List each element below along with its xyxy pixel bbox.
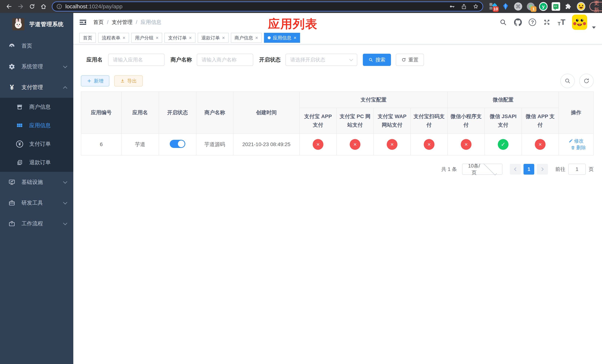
breadcrumb-home[interactable]: 首页	[93, 19, 104, 26]
hide-search-button[interactable]	[560, 74, 575, 88]
sidebar-item-dev-tools[interactable]: 研发工具	[0, 193, 73, 213]
header-search-icon[interactable]	[499, 18, 507, 26]
yuque-extension-icon[interactable]: y	[539, 2, 548, 11]
url-text[interactable]: localhost:1024/pay/app	[65, 3, 443, 10]
add-button[interactable]: 新增	[81, 75, 109, 86]
col-wx-app: 微信 APP 支付	[522, 108, 559, 133]
sidebar-fold-icon[interactable]	[79, 18, 87, 26]
chevron-down-icon	[349, 57, 353, 61]
browser-reload-icon[interactable]	[27, 1, 37, 11]
sidebar-item-merchant[interactable]: 商户信息	[0, 98, 73, 116]
cell-app-name: 芋道	[121, 133, 159, 155]
reset-button[interactable]: 重置	[396, 54, 424, 66]
breadcrumb-pay[interactable]: 支付管理	[112, 19, 133, 26]
fullscreen-icon[interactable]	[543, 18, 551, 26]
page-annotation: 应用列表	[268, 16, 318, 32]
merchant-name-input[interactable]	[197, 54, 253, 66]
chat-extension-icon[interactable]	[552, 2, 560, 11]
command-extension-icon[interactable]: ⌘	[514, 2, 522, 11]
active-dot-icon	[268, 36, 271, 39]
sidebar-item-workflow[interactable]: 工作流程	[0, 213, 73, 234]
document-copy-icon	[16, 159, 23, 166]
tag-app-info-active[interactable]: 应用信息 ×	[264, 33, 300, 43]
browser-forward-icon[interactable]	[16, 1, 26, 11]
goto-label: 前往	[555, 166, 565, 172]
status-toggle[interactable]	[170, 140, 185, 148]
chrome-update-menu-button[interactable]: 更新	[589, 2, 602, 11]
help-icon[interactable]: ?	[529, 19, 536, 26]
close-icon[interactable]: ×	[156, 35, 159, 40]
tag-user-group[interactable]: 用户分组 ×	[131, 33, 162, 43]
page-size-select[interactable]: 10条/页	[462, 164, 502, 175]
tag-pay-order[interactable]: 支付订单 ×	[164, 33, 195, 43]
pagination: 共 1 条 10条/页 1 前往 页	[81, 164, 594, 175]
sidebar-item-home[interactable]: 首页	[0, 36, 73, 56]
refresh-table-button[interactable]	[579, 74, 594, 88]
user-dropdown-caret[interactable]	[592, 26, 596, 29]
prev-page-button[interactable]	[510, 164, 521, 175]
browser-toolbar: localhost:1024/pay/app 10 ⌘ 1	[0, 0, 602, 13]
search-button[interactable]: 搜索	[363, 54, 391, 66]
tag-merchant-info[interactable]: 商户信息 ×	[231, 33, 262, 43]
font-size-icon[interactable]: TT	[558, 18, 565, 27]
user-avatar[interactable]	[572, 15, 587, 30]
tab-manager-extension-icon[interactable]: 10	[489, 2, 497, 11]
wx-app-status-icon: ×	[535, 139, 546, 150]
tag-home[interactable]: 首页	[79, 33, 96, 43]
extensions-puzzle-icon[interactable]	[564, 2, 573, 11]
sidebar-item-system[interactable]: 系统管理	[0, 56, 73, 77]
cell-actions: 修改 删除	[559, 133, 593, 155]
page-jump-input[interactable]	[568, 164, 586, 175]
col-merchant: 商户名称	[196, 92, 233, 133]
edit-link[interactable]: 修改	[569, 138, 584, 144]
browser-back-icon[interactable]	[4, 1, 14, 11]
logo-rabbit-image	[12, 18, 24, 30]
sidebar-item-pay-order[interactable]: ¥ 支付订单	[0, 135, 73, 153]
app-name-input[interactable]	[108, 54, 165, 66]
browser-home-icon[interactable]	[39, 1, 49, 11]
export-button[interactable]: 导出	[114, 75, 143, 86]
password-key-icon[interactable]	[449, 3, 455, 10]
sidebar-item-refund-order[interactable]: 退款订单	[0, 153, 73, 172]
alipay-pc-status-icon: ×	[350, 139, 360, 150]
close-icon[interactable]: ×	[123, 35, 125, 40]
app-logo[interactable]: 芋道管理系统	[0, 13, 73, 36]
github-icon[interactable]	[514, 18, 522, 26]
chevron-up-icon	[63, 86, 67, 91]
chevron-down-icon	[63, 180, 67, 184]
status-select[interactable]: 请选择开启状态	[285, 54, 357, 66]
tag-refund-order[interactable]: 退款订单 ×	[198, 33, 229, 43]
table-row: 6 芋道 芋道源码 2021-10-23 08:49:25 × × × × × …	[81, 133, 593, 155]
close-icon[interactable]: ×	[189, 35, 192, 40]
sidebar-item-app-info[interactable]: 应用信息	[0, 116, 73, 135]
col-create-time: 创建时间	[233, 92, 300, 133]
share-icon[interactable]	[461, 3, 467, 10]
close-icon[interactable]: ×	[222, 35, 225, 40]
extension-badge: 10	[493, 6, 499, 12]
page-number-1[interactable]: 1	[524, 164, 534, 175]
close-icon[interactable]: ×	[294, 35, 296, 40]
site-info-icon[interactable]	[56, 3, 62, 10]
delete-link[interactable]: 删除	[571, 144, 586, 151]
topbar: 首页 / 支付管理 / 应用信息 ? TT	[73, 13, 602, 32]
cell-create-time: 2021-10-23 08:49:25	[233, 133, 300, 155]
sidebar: 芋道管理系统 首页 系统管理 ¥ 支付管理 商户信息	[0, 13, 73, 364]
sidebar-item-label: 基础设施	[22, 179, 43, 186]
close-icon[interactable]: ×	[255, 35, 258, 40]
sidebar-item-pay[interactable]: ¥ 支付管理	[0, 77, 73, 98]
sidebar-item-infra[interactable]: 基础设施	[0, 172, 73, 193]
tag-process-form[interactable]: 流程表单 ×	[98, 33, 129, 43]
col-wx-mini: 微信小程序支付	[448, 108, 485, 133]
browser-profile-avatar[interactable]	[577, 2, 585, 11]
next-page-button[interactable]	[537, 164, 548, 175]
alipay-app-status-icon: ×	[313, 139, 323, 150]
address-bar[interactable]: localhost:1024/pay/app	[52, 1, 483, 11]
col-actions: 操作	[559, 92, 593, 133]
gem-extension-icon[interactable]	[501, 2, 510, 11]
extension-badge: 1	[531, 6, 537, 12]
recorder-extension-icon[interactable]: 1	[527, 2, 535, 11]
cell-status	[159, 133, 196, 155]
chevron-down-icon	[63, 200, 67, 204]
bookmark-star-icon[interactable]	[473, 3, 479, 10]
col-alipay-wap: 支付宝 WAP 网站支付	[374, 108, 411, 133]
